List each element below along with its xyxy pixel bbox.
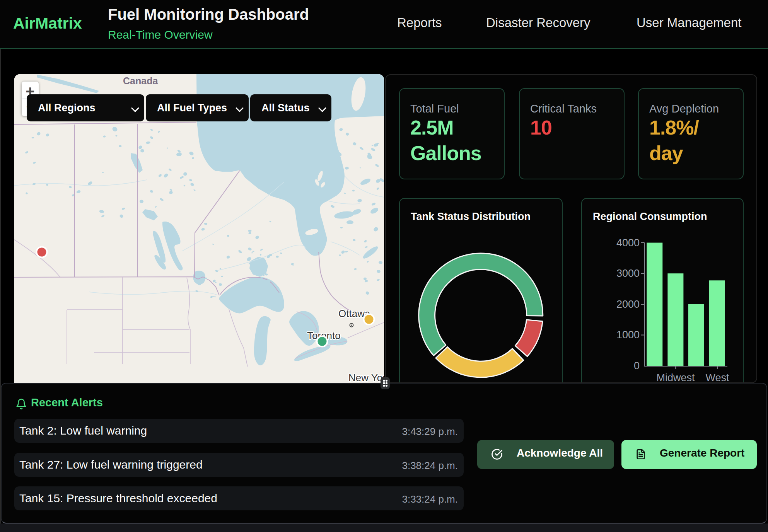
svg-text:New York: New York [348,372,384,383]
svg-text:West: West [705,372,729,383]
svg-text:0: 0 [634,360,640,372]
svg-text:Canada: Canada [123,75,158,86]
svg-text:3000: 3000 [616,268,640,279]
svg-text:Midwest: Midwest [656,372,695,383]
svg-text:2000: 2000 [616,298,640,310]
svg-text:4000: 4000 [616,237,640,249]
svg-text:1000: 1000 [616,329,640,341]
